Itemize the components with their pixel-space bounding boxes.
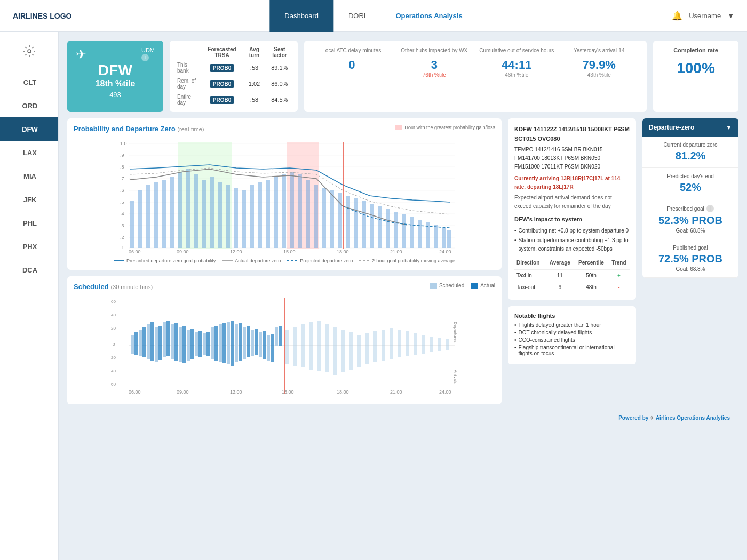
notable-item: •CCO-constrained flights <box>514 337 630 343</box>
nav-right: 🔔 Username ▼ <box>672 11 734 21</box>
svg-rect-174 <box>267 346 270 361</box>
svg-rect-41 <box>274 177 278 248</box>
probability-chart-legend: Prescribed departure zero goal probabili… <box>74 258 495 263</box>
impact-bullet-2: •Station outperformance contributing +1.… <box>514 236 630 253</box>
trsa-col-avgturn: Avg turn <box>243 45 265 60</box>
svg-text:15:00: 15:00 <box>282 389 294 395</box>
atc-stat-col-1: Other hubs impacted by WX 3 76th %tile <box>395 47 474 106</box>
svg-rect-88 <box>163 322 166 346</box>
bell-icon[interactable]: 🔔 <box>672 11 682 21</box>
svg-rect-169 <box>247 346 250 357</box>
sidebar: CLT ORD DFW LAX MIA JFK PHL PHX DCA <box>0 32 59 560</box>
sidebar-item-dca[interactable]: DCA <box>0 258 58 282</box>
sidebar-item-mia[interactable]: MIA <box>0 164 58 188</box>
completion-card: Completion rate 100% <box>653 41 738 112</box>
trsa-col-seatfactor: Seat factor <box>266 45 293 60</box>
trsa-bank: Rem. of day <box>174 76 201 92</box>
notable-flights-card: Notable flights •Flights delayed greater… <box>508 306 636 364</box>
demand-note: Expected airport arrival demand does not… <box>514 194 630 211</box>
svg-rect-102 <box>219 324 222 346</box>
legend-actual: Actual departure zero <box>235 258 281 263</box>
top-navigation: AIRLINES LOGO Dashboard DORI Operations … <box>0 0 747 32</box>
dep-zero-predicted: Predicted day's end 52% <box>642 168 738 199</box>
svg-rect-95 <box>190 329 194 346</box>
svg-text:.6: .6 <box>120 188 124 193</box>
atc-label: Other hubs impacted by WX <box>395 47 474 54</box>
trsa-table: Forecasted TRSA Avg turn Seat factor Thi… <box>170 41 298 112</box>
svg-text:15:00: 15:00 <box>283 249 296 254</box>
atc-percentile: 46th %tile <box>478 72 556 78</box>
svg-rect-134 <box>406 331 409 346</box>
svg-text:60: 60 <box>111 299 116 304</box>
svg-rect-63 <box>447 230 451 248</box>
svg-rect-32 <box>202 180 206 248</box>
svg-text:20: 20 <box>111 355 116 360</box>
svg-rect-144 <box>147 346 150 359</box>
sidebar-item-phl[interactable]: PHL <box>0 211 58 235</box>
svg-rect-175 <box>271 346 274 362</box>
metar-line: KDFW 141122Z 1412/1518 15008KT P6SM SCT0… <box>514 125 630 143</box>
svg-rect-85 <box>150 322 154 346</box>
svg-rect-189 <box>390 346 393 359</box>
trsa-forecasted: PROB0 <box>201 60 243 76</box>
taxi-percentile: 50th <box>574 269 608 282</box>
dep-zero-header[interactable]: Departure-zero ▼ <box>642 118 738 137</box>
sidebar-item-ord[interactable]: ORD <box>0 94 58 117</box>
svg-rect-94 <box>187 330 190 346</box>
svg-rect-143 <box>142 346 146 357</box>
svg-point-0 <box>28 50 31 53</box>
nav-dori[interactable]: DORI <box>333 0 381 32</box>
svg-text:18:00: 18:00 <box>337 249 349 254</box>
svg-rect-82 <box>139 330 142 346</box>
dep-zero-dropdown-icon[interactable]: ▼ <box>726 124 732 131</box>
nav-operations-analysis[interactable]: Operations Analysis <box>380 0 477 32</box>
svg-rect-147 <box>158 346 162 360</box>
username[interactable]: Username <box>689 12 721 20</box>
svg-rect-111 <box>255 329 258 346</box>
svg-text:0: 0 <box>113 342 115 347</box>
arriving-info: Currently arriving 13R|18R|17C|17L at 11… <box>514 174 630 191</box>
svg-rect-149 <box>166 346 170 356</box>
probability-svg-container: 1.0 .9 .8 .7 .6 .5 .4 .3 .2 .1 <box>74 137 495 256</box>
prescribed-info-icon[interactable]: i <box>706 205 714 212</box>
trsa-avgturn: 1:02 <box>243 76 265 92</box>
dep-zero-current: Current departure zero 81.2% <box>642 137 738 168</box>
sidebar-item-dfw[interactable]: DFW <box>0 117 58 141</box>
sidebar-item-jfk[interactable]: JFK <box>0 188 58 211</box>
sidebar-settings-icon[interactable] <box>19 41 40 62</box>
svg-rect-26 <box>154 182 158 248</box>
svg-rect-104 <box>227 322 230 346</box>
user-dropdown-icon[interactable]: ▼ <box>727 12 734 20</box>
tempo3: FM151000 17011KT P6SM BKN020 <box>514 163 630 171</box>
sidebar-item-clt[interactable]: CLT <box>0 70 58 94</box>
svg-rect-33 <box>210 177 214 248</box>
svg-rect-100 <box>211 327 214 346</box>
svg-rect-39 <box>258 182 262 248</box>
taxi-row: Taxi-in 11 50th + <box>514 269 630 282</box>
svg-rect-109 <box>247 326 250 346</box>
svg-rect-191 <box>406 346 409 356</box>
plane-icon: ✈ <box>76 47 86 62</box>
atc-value: 79.9% <box>560 58 639 72</box>
dep-zero-prescribed: Prescribed goal i 52.3% PROB Goal: 68.8% <box>642 199 738 239</box>
info-icon[interactable]: i <box>141 54 149 61</box>
atc-label: Cumulative out of service hours <box>478 47 556 54</box>
svg-rect-168 <box>243 346 246 359</box>
svg-rect-80 <box>131 335 134 346</box>
svg-rect-141 <box>134 346 138 355</box>
svg-rect-45 <box>306 180 310 248</box>
svg-rect-81 <box>134 332 138 346</box>
sidebar-item-lax[interactable]: LAX <box>0 141 58 164</box>
trsa-avgturn: :58 <box>243 92 265 108</box>
scheduled-label: Scheduled <box>439 283 464 289</box>
taxi-col-trend: Trend <box>608 257 630 270</box>
svg-rect-129 <box>365 333 369 346</box>
svg-rect-36 <box>234 188 238 248</box>
notable-item: •DOT chronically delayed flights <box>514 330 630 335</box>
svg-text:40: 40 <box>111 369 116 373</box>
sidebar-item-phx[interactable]: PHX <box>0 235 58 258</box>
atc-stats: Local ATC delay minutes 0 Other hubs imp… <box>304 41 647 112</box>
nav-dashboard[interactable]: Dashboard <box>269 0 333 32</box>
svg-rect-153 <box>182 346 186 363</box>
svg-text:.3: .3 <box>120 223 124 228</box>
